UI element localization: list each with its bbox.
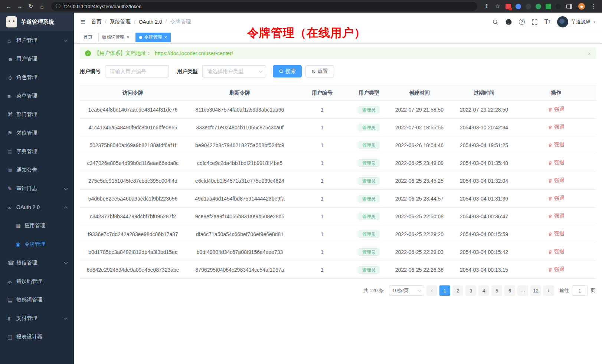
force-logout-button[interactable]: 强退 [548,106,565,113]
page-size-select[interactable]: 10条/页 [389,285,424,296]
extension-icon-blue[interactable] [516,4,521,9]
back-icon[interactable]: ← [4,1,13,11]
user-id-input[interactable] [105,65,169,77]
next-page-button[interactable]: › [543,285,554,296]
sidebar-item[interactable]: 短信管理 [0,254,74,272]
force-logout-button[interactable]: 强退 [548,177,565,184]
page-button[interactable]: ··· [517,285,528,296]
force-logout-button[interactable]: 强退 [548,248,565,255]
user-type-select[interactable]: 请选择用户类型 [202,65,266,77]
breadcrumb-system[interactable]: 系统管理 [102,19,131,25]
site-info-icon[interactable]: ⓘ [56,3,60,10]
search-form: 用户编号 用户类型 请选择用户类型 搜索 ↻ 重置 [80,65,596,77]
font-size-icon[interactable]: TT [544,19,550,25]
alert-close-icon[interactable]: × [588,50,591,57]
browser-profile-icon[interactable]: ☻ [578,3,585,10]
close-icon[interactable]: × [127,35,130,40]
sidebar-item[interactable]: 支付管理 [0,309,74,328]
cell-refresh-token: 333ecfc71e02480cb11055c875c3ca0f [186,119,294,136]
extensions-puzzle-icon[interactable] [546,4,551,9]
extension-icon-green[interactable] [536,4,541,9]
extension-icon-red[interactable] [506,4,511,9]
alert-text: 【用户体系】文档地址： [94,50,151,57]
prev-page-button[interactable]: ‹ [426,285,437,296]
sidebar-item[interactable]: 敏感词管理 [0,291,74,309]
sidebar-item[interactable]: 部门管理 [0,105,74,124]
force-logout-button[interactable]: 强退 [548,159,565,166]
sidebar-item-label: 敏感词管理 [16,297,42,303]
cell-actions: 强退 [516,154,596,172]
force-logout-button[interactable]: 强退 [548,124,565,130]
breadcrumb-home[interactable]: 首页 [91,19,102,25]
breadcrumb-oauth[interactable]: OAuth 2.0 [131,19,162,25]
address-bar[interactable]: ⓘ 127.0.0.1:1024/system/oauth2/token [51,2,477,11]
sidebar-item[interactable]: 报表设计器 [0,328,74,346]
sidebar-item[interactable]: 应用管理 [0,216,74,235]
page-button[interactable]: 6 [504,285,515,296]
page-button[interactable]: 4 [478,285,489,296]
forward-icon[interactable]: → [15,1,24,11]
force-logout-button[interactable]: 强退 [548,266,565,273]
github-icon[interactable] [505,19,512,26]
sidebar-item-label: 审计日志 [16,185,37,192]
app-logo[interactable]: 芋道管理系统 [0,13,74,31]
sidebar-item[interactable]: 通知公告 [0,161,74,179]
page-button[interactable]: 3 [465,285,476,296]
sidebar-item[interactable]: OAuth 2.0 [0,198,74,216]
home-icon[interactable]: ⌂ [37,1,47,11]
sidebar-item[interactable]: 用户管理 [0,50,74,68]
force-logout-button[interactable]: 强退 [548,142,565,148]
force-logout-button[interactable]: 强退 [548,213,565,219]
tab-label: 敏感词管理 [102,34,124,40]
extension-icon-dark[interactable] [526,4,531,9]
cell-create-time: 2022-06-26 18:04:46 [387,136,452,154]
doc-link[interactable]: https://doc.iocoder.cn/user-center/ [155,50,233,56]
force-logout-button[interactable]: 强退 [548,231,565,237]
sidebar-fold-icon[interactable]: ≡ [81,18,85,26]
side-panel-icon[interactable] [566,4,572,9]
user-menu[interactable]: 芋道源码 ▾ [557,16,595,27]
active-dot-icon [139,36,142,39]
page-button[interactable]: 2 [452,285,463,296]
fullscreen-icon[interactable] [531,19,538,25]
browser-menu-icon[interactable]: ⋮ [589,1,598,11]
table-row: 6d842e2924594de9a09e45e087323abe 8796295… [80,261,596,279]
tab-token-manage[interactable]: 令牌管理 × [135,33,171,42]
sidebar-item[interactable]: 审计日志 [0,179,74,198]
reset-button[interactable]: ↻ 重置 [305,65,334,77]
page-suffix-label: 页 [590,287,595,294]
cell-user-id: 1 [294,154,351,172]
cell-expire-time: 2022-07-29 22:28:50 [452,101,516,119]
sidebar-item[interactable]: 字典管理 [0,142,74,161]
user-type-tag: 管理员 [359,106,379,113]
col-expire-time: 过期时间 [452,85,516,101]
sidebar-item[interactable]: 错误码管理 [0,272,74,291]
sidebar-item[interactable]: 岗位管理 [0,124,74,142]
sidebar-item[interactable]: 角色管理 [0,68,74,87]
cell-actions: 强退 [516,101,596,119]
tab-sensitive-words[interactable]: 敏感词管理 × [98,33,133,42]
page-button[interactable]: 1 [439,285,450,296]
page-button[interactable]: 12 [530,285,541,296]
force-logout-button[interactable]: 强退 [548,195,565,202]
sidebar-item[interactable]: 租户管理 [0,31,74,50]
reload-icon[interactable]: ↻ [26,1,36,11]
sidebar-item-label: 支付管理 [16,315,37,322]
share-icon[interactable]: ↥ [482,1,491,11]
col-create-time: 创建时间 [387,85,452,101]
close-icon[interactable]: × [164,35,167,40]
success-check-icon: ✓ [85,50,91,56]
bookmark-star-icon[interactable]: ☆ [493,1,503,11]
search-button[interactable]: 搜索 [273,65,302,77]
cell-access-token: 275e5de9151045fe87cbdc395e004f4d [80,172,186,190]
table-row: c342377bf8b344799dcbf7bf095287f2 9ce8ef2… [80,208,596,225]
help-icon[interactable]: ? [519,19,525,25]
page-button[interactable]: 5 [491,285,502,296]
search-icon[interactable] [492,19,498,25]
sidebar-item[interactable]: 菜单管理 [0,87,74,105]
sidebar-item[interactable]: 令牌管理 [0,235,74,254]
tab-home[interactable]: 首页 [80,33,96,42]
cell-user-id: 1 [294,172,351,190]
extension-icon-black[interactable] [556,4,561,9]
goto-page-input[interactable] [572,285,588,296]
